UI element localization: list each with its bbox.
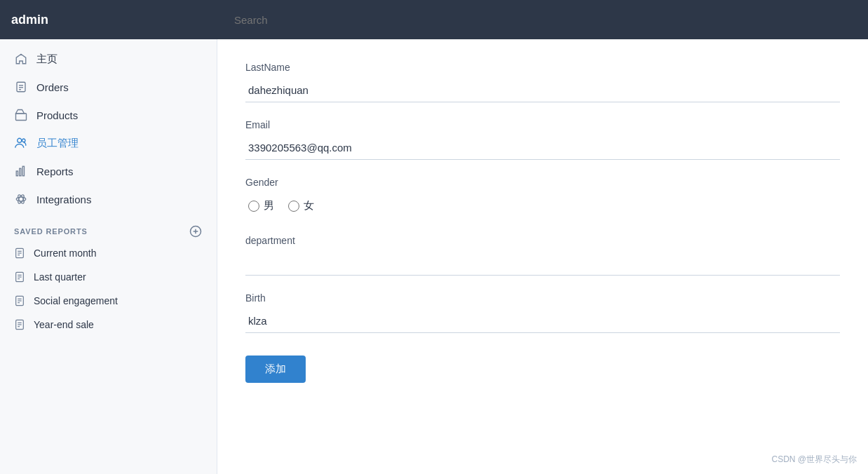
search-input[interactable] [229, 14, 857, 26]
saved-report-year-end-sale[interactable]: Year-end sale [0, 313, 217, 337]
gender-male-option[interactable]: 男 [248, 199, 274, 212]
gender-female-radio[interactable] [288, 201, 299, 212]
department-label: department [245, 235, 840, 246]
saved-report-last-quarter[interactable]: Last quarter [0, 265, 217, 289]
orders-icon [14, 80, 28, 94]
saved-report-social-engagement[interactable]: Social engagement [0, 289, 217, 313]
email-label: Email [245, 119, 840, 130]
gender-label: Gender [245, 177, 840, 188]
watermark: CSDN @世界尽头与你 [771, 454, 857, 466]
sidebar-item-integrations[interactable]: Integrations [0, 185, 217, 213]
sidebar-item-label: Reports [36, 165, 74, 177]
sidebar-item-label: Products [36, 109, 78, 121]
home-icon [14, 52, 28, 66]
lastname-input[interactable] [245, 79, 840, 102]
sidebar-item-reports[interactable]: Reports [0, 157, 217, 185]
saved-report-current-month[interactable]: Current month [0, 241, 217, 265]
department-group: department [245, 235, 840, 276]
app-title: admin [11, 13, 229, 27]
sidebar-item-label: Orders [36, 81, 69, 93]
svg-rect-7 [16, 171, 18, 176]
submit-button[interactable]: 添加 [245, 356, 306, 383]
sidebar-item-label: 主页 [36, 53, 57, 66]
svg-rect-0 [17, 82, 25, 92]
sidebar: 主页 Orders Products [0, 39, 217, 474]
integrations-icon [14, 192, 28, 206]
products-icon [14, 108, 28, 122]
report-doc-icon [14, 319, 25, 330]
svg-point-5 [18, 138, 22, 142]
birth-input[interactable] [245, 309, 840, 333]
sidebar-item-products[interactable]: Products [0, 101, 217, 129]
main-content: LastName Email Gender 男 女 department [217, 39, 868, 474]
svg-rect-9 [22, 166, 24, 176]
gender-radio-group: 男 女 [245, 194, 840, 218]
sidebar-item-label: 员工管理 [36, 137, 79, 150]
svg-point-6 [22, 139, 26, 142]
saved-reports-section: SAVED REPORTS [0, 213, 217, 241]
birth-group: Birth [245, 292, 840, 333]
lastname-group: LastName [245, 62, 840, 102]
svg-rect-4 [16, 114, 27, 121]
sidebar-item-label: Integrations [36, 194, 91, 205]
email-group: Email [245, 119, 840, 160]
sidebar-item-employees[interactable]: 员工管理 [0, 129, 217, 157]
gender-male-radio[interactable] [248, 201, 259, 212]
svg-rect-8 [20, 168, 21, 176]
reports-icon [14, 164, 28, 178]
sidebar-item-orders[interactable]: Orders [0, 73, 217, 101]
report-doc-icon [14, 271, 25, 283]
birth-label: Birth [245, 292, 840, 304]
department-input[interactable] [245, 252, 840, 276]
gender-female-option[interactable]: 女 [288, 199, 314, 212]
gender-group: Gender 男 女 [245, 177, 840, 218]
report-doc-icon [14, 295, 25, 306]
sidebar-item-home[interactable]: 主页 [0, 45, 217, 73]
employees-icon [14, 136, 28, 150]
lastname-label: LastName [245, 62, 840, 73]
add-report-button[interactable] [189, 224, 203, 238]
report-doc-icon [14, 248, 25, 259]
email-input[interactable] [245, 136, 840, 160]
